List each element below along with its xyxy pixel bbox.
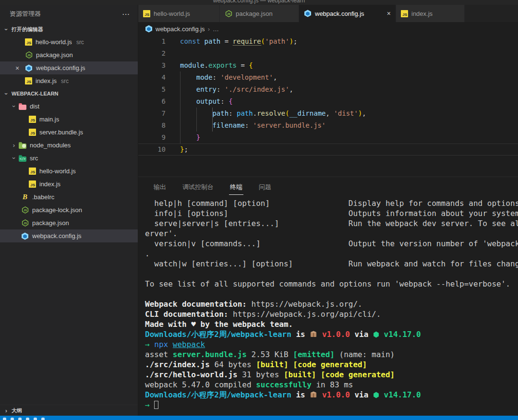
code-line-9: 9 } [138, 132, 518, 144]
svg-text:JS: JS [24, 222, 27, 225]
file-name: server.bundle.js [39, 129, 83, 136]
code-editor[interactable]: 1const path = require('path');23module.e… [138, 36, 518, 177]
webpack-icon [145, 25, 153, 33]
tab-bar-empty-space [465, 5, 518, 22]
breadcrumb-file[interactable]: webpack.config.js [156, 25, 205, 33]
terminal[interactable]: help|h [command] [option] Display help f… [138, 197, 518, 416]
src-folder-icon: </> [19, 156, 26, 162]
editor-tab-bar: JShello-world.jsJSpackage.jsonwebpack.co… [138, 5, 518, 22]
code-line-8: 8 filename: 'server.bundle.js' [138, 120, 518, 132]
open-editors-section-header[interactable]: › 打开的编辑器 [0, 23, 138, 36]
terminal-line: erver'. [145, 228, 518, 239]
open-editor-item-index.js[interactable]: JSindex.jssrc [0, 74, 138, 87]
tree-item-hello-world.js[interactable]: JShello-world.js [0, 165, 138, 178]
outline-section-header[interactable]: › 大纲 [0, 405, 138, 416]
tree-item-main.js[interactable]: JSmain.js [0, 113, 138, 126]
terminal-line: info|i [options] Outputs information abo… [145, 208, 518, 218]
tree-item-package-lock.json[interactable]: JSpackage-lock.json [0, 204, 138, 216]
terminal-line: watch|w [entries...] [options] Run webpa… [145, 259, 518, 269]
code-line-6: 6 output: { [138, 96, 518, 108]
code-text: filename: 'server.bundle.js' [166, 120, 325, 132]
line-number: 4 [138, 72, 166, 84]
tree-item-dist[interactable]: ›dist [0, 100, 138, 113]
panel-tab-bar: 输出调试控制台终端问题 [138, 177, 518, 197]
panel-tab-调试控制台[interactable]: 调试控制台 [181, 180, 215, 194]
panel-tab-问题[interactable]: 问题 [258, 180, 272, 194]
window-title: webpack.config.js — webpack-learn [0, 0, 518, 4]
tab-webpack.config.js[interactable]: webpack.config.js× [299, 5, 396, 22]
open-editors-label: 打开的编辑器 [12, 26, 43, 33]
file-name: hello-world.js [39, 168, 76, 175]
breadcrumb[interactable]: webpack.config.js › … [138, 22, 518, 36]
node-json-icon: JS [21, 206, 29, 214]
tree-item-node_modules[interactable]: ›node_modules [0, 139, 138, 152]
breadcrumb-more[interactable]: … [213, 25, 219, 33]
terminal-line: version|v [commands...] Output the versi… [145, 239, 518, 249]
tree-item-server.bundle.js[interactable]: JSserver.bundle.js [0, 126, 138, 139]
explorer-title: 资源管理器 [10, 10, 41, 18]
panel-tab-终端[interactable]: 终端 [229, 180, 243, 195]
line-number: 10 [138, 144, 166, 155]
tab-label: webpack.config.js [315, 10, 364, 17]
open-editor-item-hello-world.js[interactable]: JShello-world.jssrc [0, 36, 138, 48]
terminal-line: Webpack documentation: https://webpack.j… [145, 299, 518, 309]
file-name: dist [30, 103, 39, 110]
tab-index.js[interactable]: JSindex.js [396, 5, 465, 22]
terminal-line: asset server.bundle.js 2.53 KiB [emitted… [145, 349, 518, 360]
open-editor-item-package.json[interactable]: JSpackage.json [0, 48, 138, 61]
tab-label: package.json [236, 10, 273, 17]
chevron-right-icon: › [11, 142, 17, 149]
javascript-file-icon: JS [25, 38, 32, 46]
tree-item-package.json[interactable]: JSpackage.json [0, 216, 138, 229]
file-name: node_modules [30, 142, 71, 149]
code-text: mode: 'development', [166, 72, 277, 84]
webpack-icon [25, 64, 33, 72]
chevron-down-icon: › [3, 26, 10, 33]
status-bar-partial-icons [0, 416, 518, 420]
code-text: output: { [166, 96, 233, 108]
file-name: package.json [32, 219, 69, 227]
tab-close-icon[interactable]: × [383, 10, 391, 17]
javascript-file-icon: JS [29, 168, 36, 175]
code-line-7: 7 path: path.resolve(__dirname, 'dist'), [138, 108, 518, 120]
terminal-line: ./src/index.js 64 bytes [built] [code ge… [145, 360, 518, 370]
more-actions-icon[interactable]: ⋯ [122, 10, 130, 19]
tree-item-index.js[interactable]: JSindex.js [0, 178, 138, 191]
breadcrumb-separator: › [208, 25, 210, 33]
tree-item-webpack.config.js[interactable]: webpack.config.js [0, 229, 138, 242]
code-line-3: 3module.exports = { [138, 60, 518, 72]
terminal-link[interactable]: webpack [173, 340, 205, 349]
explorer-header: 资源管理器 ⋯ [0, 5, 138, 23]
tab-hello-world.js[interactable]: JShello-world.js [138, 5, 220, 22]
workspace-section-header[interactable]: › WEBPACK-LEARN [0, 87, 138, 100]
line-number: 5 [138, 84, 166, 96]
code-text: }; [166, 144, 188, 155]
file-path-suffix: src [76, 39, 84, 46]
node-hexagon-icon [373, 390, 379, 399]
terminal-line: Downloads/小程序2周/webpack-learn is v1.0.0 … [145, 329, 518, 339]
file-name: webpack.config.js [32, 232, 82, 240]
code-text: } [166, 132, 200, 144]
open-editor-item-webpack.config.js[interactable]: ×webpack.config.js [0, 61, 138, 74]
panel-tab-输出[interactable]: 输出 [153, 180, 167, 194]
terminal-line [145, 289, 518, 299]
javascript-file-icon: JS [401, 10, 408, 17]
sidebar-spacer [0, 242, 138, 405]
line-number: 2 [138, 48, 166, 60]
webpack-icon [304, 10, 312, 17]
node-json-icon: JS [225, 10, 232, 17]
indent-guide [196, 108, 197, 132]
close-icon[interactable]: × [15, 64, 19, 72]
tree-item-.babelrc[interactable]: B.babelrc [0, 191, 138, 204]
tree-item-src[interactable]: ›</>src [0, 152, 138, 165]
tab-package.json[interactable]: JSpackage.json [220, 5, 299, 22]
line-number: 1 [138, 36, 166, 48]
package-icon [310, 390, 317, 399]
file-name: index.js [39, 180, 60, 188]
code-line-2: 2 [138, 48, 518, 60]
bottom-panel: 输出调试控制台终端问题 help|h [command] [option] Di… [138, 177, 518, 416]
javascript-file-icon: JS [29, 129, 36, 136]
file-name: main.js [39, 116, 59, 123]
package-icon [310, 330, 317, 339]
javascript-file-icon: JS [143, 10, 150, 17]
